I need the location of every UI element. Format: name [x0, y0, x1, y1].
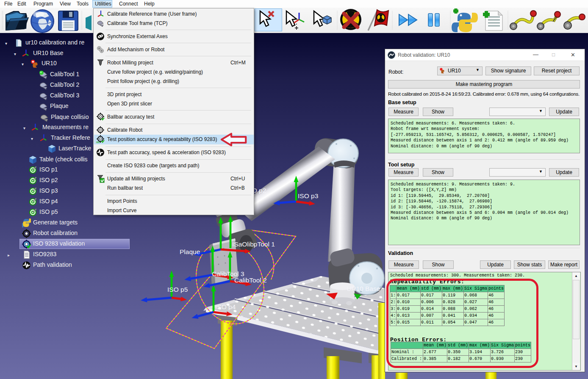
svg-text:ISO p4: ISO p4: [215, 303, 236, 310]
svg-text:ISaOlibpTool 1: ISaOlibpTool 1: [232, 241, 275, 248]
svg-text:UR10 Base: UR10 Base: [347, 285, 380, 292]
svg-text:CalibTool 2: CalibTool 2: [234, 277, 267, 284]
svg-text:ISO p3: ISO p3: [298, 192, 318, 199]
svg-text:Plaque: Plaque: [180, 248, 200, 255]
svg-text:ISO p5: ISO p5: [167, 286, 188, 293]
svg-text:ISO: ISO: [96, 141, 100, 144]
